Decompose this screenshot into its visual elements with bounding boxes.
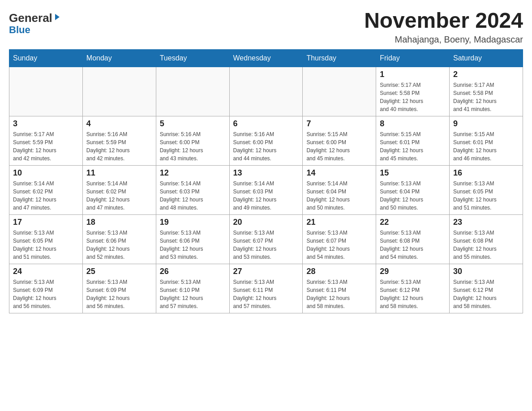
day-info: Sunrise: 5:13 AM Sunset: 6:08 PM Dayligh…	[380, 229, 446, 261]
calendar-day-cell: 30Sunrise: 5:13 AM Sunset: 6:12 PM Dayli…	[450, 264, 523, 313]
day-info: Sunrise: 5:13 AM Sunset: 6:07 PM Dayligh…	[233, 229, 299, 261]
calendar-day-cell: 6Sunrise: 5:16 AM Sunset: 6:00 PM Daylig…	[229, 116, 303, 165]
calendar-day-cell: 19Sunrise: 5:13 AM Sunset: 6:06 PM Dayli…	[156, 214, 229, 264]
logo: General Blue	[9, 9, 61, 36]
day-number: 11	[86, 168, 152, 178]
day-number: 5	[160, 119, 226, 128]
day-number: 8	[380, 119, 446, 128]
calendar-week-row: 10Sunrise: 5:14 AM Sunset: 6:02 PM Dayli…	[9, 165, 523, 214]
calendar-day-cell: 27Sunrise: 5:13 AM Sunset: 6:11 PM Dayli…	[229, 264, 303, 313]
day-info: Sunrise: 5:15 AM Sunset: 6:01 PM Dayligh…	[453, 130, 519, 163]
day-info: Sunrise: 5:16 AM Sunset: 5:59 PM Dayligh…	[86, 130, 152, 163]
calendar-day-cell: 17Sunrise: 5:13 AM Sunset: 6:05 PM Dayli…	[9, 214, 83, 264]
day-info: Sunrise: 5:13 AM Sunset: 6:11 PM Dayligh…	[306, 278, 372, 310]
calendar-day-cell: 23Sunrise: 5:13 AM Sunset: 6:08 PM Dayli…	[450, 214, 523, 264]
calendar-day-cell: 29Sunrise: 5:13 AM Sunset: 6:12 PM Dayli…	[376, 264, 450, 313]
day-info: Sunrise: 5:14 AM Sunset: 6:04 PM Dayligh…	[306, 180, 372, 212]
calendar-day-cell: 20Sunrise: 5:13 AM Sunset: 6:07 PM Dayli…	[229, 214, 303, 264]
day-number: 30	[453, 267, 519, 276]
day-number: 10	[13, 168, 79, 178]
logo-general-text: General	[9, 11, 52, 25]
calendar-title: November 2024	[364, 9, 523, 33]
day-number: 1	[380, 70, 446, 79]
calendar-week-row: 24Sunrise: 5:13 AM Sunset: 6:09 PM Dayli…	[9, 264, 523, 313]
calendar-day-cell: 21Sunrise: 5:13 AM Sunset: 6:07 PM Dayli…	[303, 214, 376, 264]
calendar-week-row: 3Sunrise: 5:17 AM Sunset: 5:59 PM Daylig…	[9, 116, 523, 165]
day-number: 13	[233, 168, 299, 178]
day-number: 7	[306, 119, 372, 128]
calendar-week-row: 17Sunrise: 5:13 AM Sunset: 6:05 PM Dayli…	[9, 214, 523, 264]
calendar-weekday-header: Sunday	[9, 49, 83, 67]
calendar-day-cell: 26Sunrise: 5:13 AM Sunset: 6:10 PM Dayli…	[156, 264, 229, 313]
day-number: 20	[233, 218, 299, 227]
day-number: 6	[233, 119, 299, 128]
calendar-weekday-header: Tuesday	[156, 49, 229, 67]
calendar-header-row: SundayMondayTuesdayWednesdayThursdayFrid…	[9, 49, 523, 67]
calendar-day-cell: 13Sunrise: 5:14 AM Sunset: 6:03 PM Dayli…	[229, 165, 303, 214]
calendar-day-cell: 25Sunrise: 5:13 AM Sunset: 6:09 PM Dayli…	[82, 264, 156, 313]
calendar-day-cell: 9Sunrise: 5:15 AM Sunset: 6:01 PM Daylig…	[450, 116, 523, 165]
day-number: 21	[306, 218, 372, 227]
calendar-week-row: 1Sunrise: 5:17 AM Sunset: 5:58 PM Daylig…	[9, 67, 523, 116]
calendar-day-cell: 14Sunrise: 5:14 AM Sunset: 6:04 PM Dayli…	[303, 165, 376, 214]
day-info: Sunrise: 5:13 AM Sunset: 6:11 PM Dayligh…	[233, 278, 299, 310]
day-info: Sunrise: 5:13 AM Sunset: 6:12 PM Dayligh…	[380, 278, 446, 310]
logo-arrow-icon	[53, 13, 61, 21]
calendar-weekday-header: Wednesday	[229, 49, 303, 67]
calendar-day-cell	[303, 67, 376, 116]
day-number: 26	[160, 267, 226, 276]
calendar-day-cell: 11Sunrise: 5:14 AM Sunset: 6:02 PM Dayli…	[82, 165, 156, 214]
day-info: Sunrise: 5:13 AM Sunset: 6:04 PM Dayligh…	[380, 180, 446, 212]
day-info: Sunrise: 5:13 AM Sunset: 6:08 PM Dayligh…	[453, 229, 519, 261]
calendar-weekday-header: Saturday	[450, 49, 523, 67]
day-number: 24	[13, 267, 79, 276]
day-number: 3	[13, 119, 79, 128]
day-number: 23	[453, 218, 519, 227]
day-info: Sunrise: 5:13 AM Sunset: 6:09 PM Dayligh…	[86, 278, 152, 310]
svg-marker-0	[55, 14, 60, 20]
calendar-day-cell: 16Sunrise: 5:13 AM Sunset: 6:05 PM Dayli…	[450, 165, 523, 214]
day-number: 9	[453, 119, 519, 128]
calendar-day-cell: 1Sunrise: 5:17 AM Sunset: 5:58 PM Daylig…	[376, 67, 450, 116]
calendar-subtitle: Mahajanga, Boeny, Madagascar	[364, 34, 523, 45]
calendar-day-cell: 12Sunrise: 5:14 AM Sunset: 6:03 PM Dayli…	[156, 165, 229, 214]
day-info: Sunrise: 5:13 AM Sunset: 6:07 PM Dayligh…	[306, 229, 372, 261]
day-number: 17	[13, 218, 79, 227]
calendar-day-cell: 18Sunrise: 5:13 AM Sunset: 6:06 PM Dayli…	[82, 214, 156, 264]
day-info: Sunrise: 5:13 AM Sunset: 6:05 PM Dayligh…	[453, 180, 519, 212]
day-info: Sunrise: 5:14 AM Sunset: 6:03 PM Dayligh…	[160, 180, 226, 212]
title-section: November 2024 Mahajanga, Boeny, Madagasc…	[364, 9, 523, 45]
day-number: 4	[86, 119, 152, 128]
calendar-weekday-header: Friday	[376, 49, 450, 67]
calendar-day-cell: 7Sunrise: 5:15 AM Sunset: 6:00 PM Daylig…	[303, 116, 376, 165]
day-info: Sunrise: 5:17 AM Sunset: 5:58 PM Dayligh…	[380, 81, 446, 113]
calendar-day-cell	[156, 67, 229, 116]
day-number: 25	[86, 267, 152, 276]
day-number: 2	[453, 70, 519, 79]
calendar-day-cell: 22Sunrise: 5:13 AM Sunset: 6:08 PM Dayli…	[376, 214, 450, 264]
calendar-table: SundayMondayTuesdayWednesdayThursdayFrid…	[9, 49, 523, 313]
calendar-day-cell: 10Sunrise: 5:14 AM Sunset: 6:02 PM Dayli…	[9, 165, 83, 214]
day-info: Sunrise: 5:17 AM Sunset: 5:59 PM Dayligh…	[13, 130, 79, 163]
day-number: 16	[453, 168, 519, 178]
logo-blue-text: Blue	[9, 24, 30, 36]
day-info: Sunrise: 5:15 AM Sunset: 6:00 PM Dayligh…	[306, 130, 372, 163]
calendar-day-cell	[9, 67, 83, 116]
day-info: Sunrise: 5:13 AM Sunset: 6:06 PM Dayligh…	[86, 229, 152, 261]
day-number: 14	[306, 168, 372, 178]
day-info: Sunrise: 5:13 AM Sunset: 6:05 PM Dayligh…	[13, 229, 79, 261]
calendar-weekday-header: Monday	[82, 49, 156, 67]
day-info: Sunrise: 5:13 AM Sunset: 6:10 PM Dayligh…	[160, 278, 226, 310]
calendar-day-cell	[229, 67, 303, 116]
day-number: 22	[380, 218, 446, 227]
day-info: Sunrise: 5:16 AM Sunset: 6:00 PM Dayligh…	[160, 130, 226, 163]
day-number: 12	[160, 168, 226, 178]
day-number: 29	[380, 267, 446, 276]
day-info: Sunrise: 5:14 AM Sunset: 6:02 PM Dayligh…	[13, 180, 79, 212]
day-info: Sunrise: 5:14 AM Sunset: 6:02 PM Dayligh…	[86, 180, 152, 212]
day-number: 28	[306, 267, 372, 276]
day-info: Sunrise: 5:13 AM Sunset: 6:06 PM Dayligh…	[160, 229, 226, 261]
calendar-day-cell: 8Sunrise: 5:15 AM Sunset: 6:01 PM Daylig…	[376, 116, 450, 165]
day-info: Sunrise: 5:14 AM Sunset: 6:03 PM Dayligh…	[233, 180, 299, 212]
calendar-day-cell: 28Sunrise: 5:13 AM Sunset: 6:11 PM Dayli…	[303, 264, 376, 313]
